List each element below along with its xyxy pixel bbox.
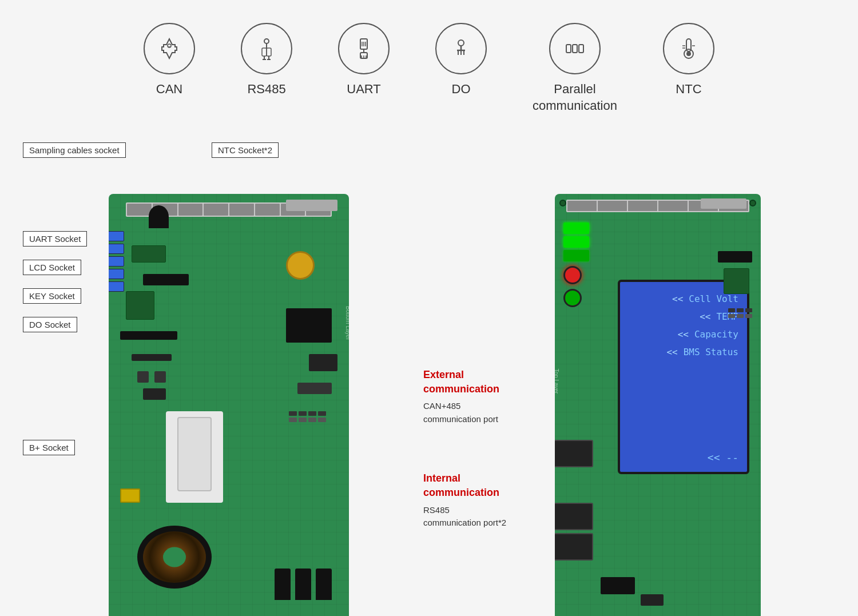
can-label: CAN [156,81,182,98]
svg-rect-27 [579,45,583,53]
external-comm-title: Externalcommunication [423,368,538,396]
rs485-label: RS485 [247,81,285,98]
lcd-socket-label: LCD Socket [23,260,81,275]
eth-port-1 [555,440,593,467]
icon-do: DO [435,23,487,98]
pcb-ntc-connector [286,200,337,211]
ntc-socket-label: NTC Socket*2 [212,142,279,158]
ntc-icon-circle [663,23,714,74]
pcb-resistors [120,331,177,340]
icon-parallel: Parallelcommunication [533,23,617,114]
lcd-row-3: << Capacity [678,329,738,340]
right-pcb-rotated-text: Top Layer [555,369,559,394]
main-content: Sampling cables socket NTC Socket*2 UART… [0,131,858,616]
do-socket-label: DO Socket [23,317,77,332]
can-icon [155,34,184,63]
rs485-icon [252,34,281,63]
right-pcb-hole-tl [559,200,566,206]
pcb-b-plus [120,488,140,503]
svg-point-19 [458,40,464,46]
lcd-bottom: << -- [708,451,738,463]
comm-labels: Externalcommunication CAN+485communicati… [423,142,538,616]
icon-rs485: RS485 [241,23,292,98]
do-label: DO [452,81,471,98]
icons-row: CAN RS485 [0,0,858,131]
pcb-ic1 [132,245,166,263]
eth-port-2 [555,503,593,530]
led-green-circle [563,289,582,307]
eth-port-3 [555,533,593,561]
pcb-bottom-caps [275,569,332,600]
right-pcb-ic1 [718,251,752,263]
internal-comm-desc: RS485communication port*2 [423,504,538,530]
parallel-icon-circle [549,23,601,74]
lcd-row-4: << BMS Status [666,347,738,357]
led-red [563,266,582,284]
pcb-comp2 [154,371,166,383]
pcb-yellow-cap [286,251,315,280]
pcb-rotated-text: Bottom Layer [345,306,349,340]
svg-point-30 [686,51,691,56]
pcb-white-block [166,411,223,503]
parallel-label: Parallelcommunication [533,81,617,114]
external-comm-label: Externalcommunication CAN+485communicati… [423,368,538,426]
b-plus-label: B+ Socket [23,440,75,455]
right-pcb-smd2 [641,594,664,606]
right-pcb-ic2 [724,268,749,294]
ntc-label: NTC [676,81,701,98]
svg-rect-26 [573,45,577,53]
right-pcb-smd [601,577,635,594]
pcb-left-section: Sampling cables socket NTC Socket*2 UART… [23,142,389,616]
uart-icon [349,34,378,63]
pcb-ic4 [309,354,337,371]
uart-socket-label: UART Socket [23,231,87,247]
external-comm-desc: CAN+485communication port [423,400,538,426]
led-indicators [563,222,589,307]
pcb-big-ic [286,308,332,343]
left-pcb-board: Bottom Layer [109,194,349,616]
icon-uart: UART [338,23,390,98]
sampling-label: Sampling cables socket [23,142,126,158]
rs485-icon-circle [241,23,292,74]
right-section: Externalcommunication CAN+485communicati… [423,142,835,616]
eth-ports-top [555,440,593,467]
icon-ntc: NTC [663,23,714,98]
svg-rect-5 [267,48,271,56]
eth-ports-bottom [555,503,593,561]
pcb-ic2 [143,274,189,285]
lcd-row-1: << Cell Volt [672,293,738,304]
pcb-small-comps [289,411,326,422]
icon-can: CAN [144,23,195,98]
svg-rect-25 [566,45,571,53]
internal-comm-title: Internalcommunication [423,471,538,500]
pcb-comp1 [137,371,149,383]
pcb-ic5 [297,383,332,394]
uart-label: UART [347,81,381,98]
can-icon-circle [144,23,195,74]
uart-icon-circle [338,23,390,74]
svg-rect-4 [262,48,267,56]
do-icon-circle [435,23,487,74]
right-pcb-hole-tr [749,200,756,206]
internal-comm-label: Internalcommunication RS485communication… [423,471,538,529]
right-pcb-ntc [701,198,746,209]
right-pcb-small-comps [728,308,752,318]
pcb-caps-row [132,354,172,361]
pcb-coil [137,526,212,589]
key-socket-label: KEY Socket [23,288,81,304]
ntc-icon [674,34,703,63]
pcb-comp3 [143,388,166,400]
pcb-cylinder [149,205,169,228]
pcb-right-section: << Cell Volt << TEMP << Capacity << BMS … [555,142,772,616]
do-icon [447,34,475,63]
pcb-side-connectors [109,231,124,292]
right-pcb-board: << Cell Volt << TEMP << Capacity << BMS … [555,194,761,616]
svg-point-2 [264,39,269,43]
pcb-ic3 [126,291,154,320]
parallel-icon [561,34,589,63]
